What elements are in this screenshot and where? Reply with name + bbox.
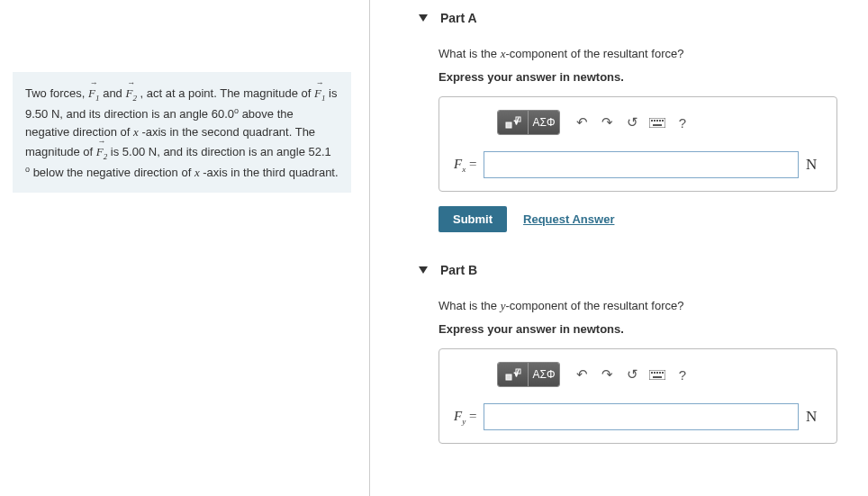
svg-rect-4 <box>651 120 653 122</box>
question-text: What is the y-component of the resultant… <box>439 299 837 313</box>
keyboard-button[interactable] <box>645 111 670 134</box>
svg-rect-19 <box>653 376 662 378</box>
svg-rect-17 <box>659 372 661 374</box>
answer-input[interactable] <box>484 151 799 178</box>
answer-input[interactable] <box>484 403 799 430</box>
problem-statement: Two forces, F1 and F2 , act at a point. … <box>13 72 351 193</box>
svg-rect-8 <box>662 120 664 122</box>
answer-panel: Part A What is the x-component of the re… <box>369 0 868 496</box>
svg-rect-0 <box>506 122 511 128</box>
answer-label: Fx = <box>454 157 476 174</box>
reset-button[interactable]: ↺ <box>619 111 645 134</box>
part-b: Part B What is the y-component of the re… <box>419 263 837 444</box>
instruction-text: Express your answer in newtons. <box>439 322 837 336</box>
degree-symbol: o <box>234 106 239 115</box>
undo-button[interactable]: ↶ <box>569 111 594 134</box>
template-button[interactable]: √ <box>498 363 529 386</box>
help-button[interactable]: ? <box>670 363 695 386</box>
x-axis: x <box>194 166 200 179</box>
svg-rect-18 <box>662 372 664 374</box>
request-answer-link[interactable]: Request Answer <box>523 212 614 226</box>
redo-button[interactable]: ↷ <box>594 363 619 386</box>
part-a: Part A What is the x-component of the re… <box>419 11 837 232</box>
part-title: Part A <box>440 11 477 25</box>
text: and <box>103 86 125 100</box>
answer-box: √ ΑΣΦ ↶ ↷ ↺ ? Fy = <box>439 348 837 444</box>
vector-f1: F1 <box>314 83 325 105</box>
unit-label: N <box>806 408 822 426</box>
part-title: Part B <box>440 263 477 277</box>
instruction-text: Express your answer in newtons. <box>439 70 837 84</box>
equation-toolbar: √ ΑΣΦ ↶ ↷ ↺ ? <box>497 110 822 135</box>
svg-rect-9 <box>653 124 662 126</box>
undo-button[interactable]: ↶ <box>569 363 594 386</box>
greek-button[interactable]: ΑΣΦ <box>529 111 559 134</box>
answer-label: Fy = <box>454 409 476 426</box>
svg-rect-6 <box>656 120 658 122</box>
collapse-icon <box>419 266 428 274</box>
svg-rect-13 <box>649 370 665 380</box>
question-text: What is the x-component of the resultant… <box>439 47 837 61</box>
x-axis: x <box>133 125 139 139</box>
svg-rect-16 <box>656 372 658 374</box>
collapse-icon <box>419 14 428 22</box>
answer-box: √ ΑΣΦ ↶ ↷ ↺ ? Fx = <box>439 96 837 192</box>
part-b-header[interactable]: Part B <box>419 263 837 277</box>
keyboard-button[interactable] <box>645 363 670 386</box>
reset-button[interactable]: ↺ <box>619 363 645 386</box>
degree-symbol: o <box>25 165 30 174</box>
vector-f2: F2 <box>125 83 136 105</box>
part-a-header[interactable]: Part A <box>419 11 837 25</box>
text: -axis in the third quadrant. <box>203 166 338 179</box>
equation-toolbar: √ ΑΣΦ ↶ ↷ ↺ ? <box>497 362 822 387</box>
template-button[interactable]: √ <box>498 111 529 134</box>
svg-rect-14 <box>651 372 653 374</box>
help-button[interactable]: ? <box>670 111 695 134</box>
svg-rect-15 <box>654 372 656 374</box>
svg-rect-10 <box>506 374 511 380</box>
problem-panel: Two forces, F1 and F2 , act at a point. … <box>0 0 369 496</box>
svg-rect-5 <box>654 120 656 122</box>
svg-rect-3 <box>649 118 665 128</box>
redo-button[interactable]: ↷ <box>594 111 619 134</box>
vector-f2: F2 <box>96 141 107 164</box>
svg-rect-7 <box>659 120 661 122</box>
text: Two forces, <box>25 86 88 100</box>
text: , act at a point. The magnitude of <box>140 86 314 100</box>
unit-label: N <box>806 156 822 174</box>
greek-button[interactable]: ΑΣΦ <box>529 363 559 386</box>
text: is 5.00 N, and its direction is an angle… <box>111 145 331 158</box>
vector-f1: F1 <box>88 83 99 105</box>
submit-button[interactable]: Submit <box>439 206 507 232</box>
text: below the negative direction of <box>33 166 194 179</box>
